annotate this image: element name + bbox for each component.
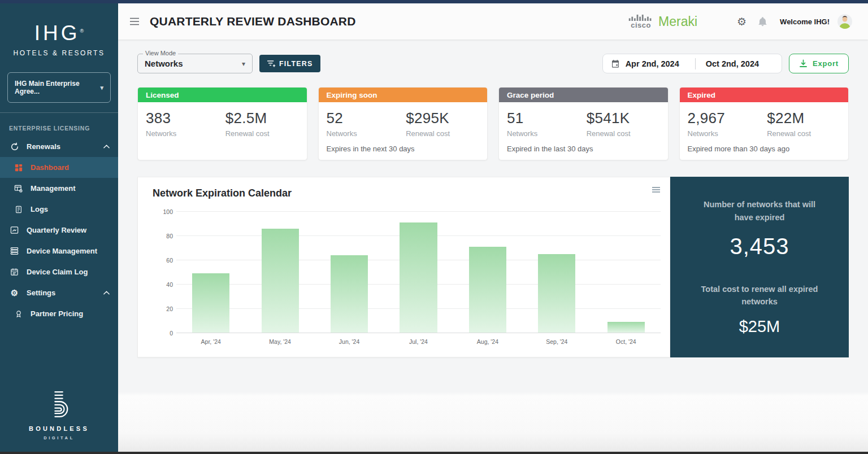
- chart-bar[interactable]: [192, 273, 229, 333]
- chart-bar[interactable]: [538, 254, 575, 333]
- sidebar-item-label: Dashboard: [31, 163, 69, 172]
- logs-document-icon: [14, 206, 23, 213]
- device-list-icon: [10, 247, 19, 255]
- header-right: cisco Meraki ⚙ Welcome IHG!: [628, 13, 853, 30]
- y-axis-label: 40: [156, 281, 173, 288]
- dashboard-grid-icon: [14, 164, 23, 172]
- caret-down-icon: ▾: [242, 60, 245, 68]
- renewal-cost: $295K: [406, 110, 450, 127]
- stat-card-expiring-soon: Expiring soon 52Networks $295KRenewal co…: [318, 87, 488, 160]
- chart-body: 020406080100 Apr, '24May, '24Jun, '24Jul…: [176, 212, 661, 345]
- gear-icon: ⚙: [737, 16, 747, 27]
- renewal-cost-label: Renewal cost: [767, 129, 811, 138]
- sidebar-item-settings[interactable]: ⚙ Settings: [0, 282, 118, 303]
- bar-column: [592, 212, 661, 333]
- renewal-cost: $541K: [587, 110, 631, 127]
- stat-card-header: Expired: [680, 88, 849, 102]
- notifications-bell-button[interactable]: [757, 16, 769, 28]
- sidebar-item-label: Settings: [27, 289, 55, 297]
- chart-bar[interactable]: [607, 322, 645, 333]
- filters-button[interactable]: FILTERS: [259, 55, 320, 72]
- cisco-bars-icon: [628, 14, 653, 21]
- sidebar-divider: [0, 112, 118, 113]
- claim-log-calendar-icon: [10, 268, 19, 276]
- networks-count-label: Networks: [507, 129, 587, 138]
- sidebar-item-label: Device Management: [27, 247, 97, 255]
- sidebar-item-dashboard[interactable]: Dashboard: [0, 157, 118, 178]
- date-range-start[interactable]: Apr 2nd, 2024: [626, 59, 679, 68]
- stat-card-footnote: Expired in the last 30 days: [499, 145, 668, 160]
- expired-networks-label: Number of networks that will have expire…: [700, 198, 819, 224]
- stat-card-header: Grace period: [499, 88, 668, 102]
- boundless-tagline: DIGITAL: [0, 435, 118, 440]
- org-selector[interactable]: IHG Main Enterprise Agree... ▾: [7, 72, 111, 103]
- boundless-logo: BOUNDLESS DIGITAL: [0, 390, 118, 454]
- charts-row: Network Expiration Calendar 020406080100…: [137, 177, 849, 357]
- filters-button-label: FILTERS: [279, 60, 313, 68]
- stat-card-footnote: [138, 153, 307, 160]
- chart-plot: 020406080100: [176, 212, 661, 333]
- content-area: View Mode Networks ▾ FILTERS Apr 2nd, 20…: [118, 40, 868, 454]
- chart-bar[interactable]: [262, 229, 299, 333]
- registered-mark: ®: [80, 28, 84, 34]
- sidebar: IHG® HOTELS & RESORTS IHG Main Enterpris…: [0, 0, 118, 454]
- avatar-icon: [837, 14, 852, 29]
- boundless-logo-mark: [49, 390, 70, 418]
- date-range-picker[interactable]: Apr 2nd, 2024 Oct 2nd, 2024: [602, 54, 782, 73]
- sidebar-item-logs[interactable]: Logs: [0, 199, 118, 220]
- stat-cards-row: Licensed 383Networks $2.5MRenewal cost E…: [137, 87, 849, 160]
- user-avatar[interactable]: [836, 13, 853, 30]
- sidebar-item-quarterly-review[interactable]: Quarterly Review: [0, 220, 118, 241]
- management-table-icon: [14, 184, 23, 193]
- view-mode-select[interactable]: View Mode Networks ▾: [137, 54, 253, 73]
- view-mode-value: Networks: [145, 59, 183, 68]
- date-range-end[interactable]: Oct 2nd, 2024: [706, 59, 759, 68]
- sidebar-item-partner-pricing[interactable]: Partner Pricing: [0, 303, 118, 324]
- settings-gear-button[interactable]: ⚙: [736, 15, 748, 28]
- org-selector-value: IHG Main Enterprise Agree...: [15, 80, 100, 95]
- stat-card-footnote: Expired more than 30 days ago: [680, 145, 849, 160]
- network-expiration-chart-card: Network Expiration Calendar 020406080100…: [137, 177, 670, 357]
- header: QUARTERLY REVIEW DASHBOARD cisco Meraki …: [118, 3, 868, 40]
- menu-hamburger-icon[interactable]: [126, 14, 143, 29]
- chart-bar[interactable]: [331, 255, 368, 333]
- chart-bar[interactable]: [469, 247, 506, 333]
- stat-card-footnote: Expires in the next 30 days: [319, 145, 488, 160]
- export-button-label: Export: [813, 59, 839, 68]
- y-axis-label: 80: [156, 233, 173, 239]
- main-area: QUARTERLY REVIEW DASHBOARD cisco Meraki …: [118, 0, 868, 454]
- window-top-strip: [0, 0, 868, 3]
- stat-card-licensed: Licensed 383Networks $2.5MRenewal cost: [137, 87, 307, 160]
- chart-bar[interactable]: [400, 222, 437, 333]
- sidebar-item-management[interactable]: Management: [0, 178, 118, 199]
- sidebar-nav: Renewals Dashboard Management: [0, 136, 118, 324]
- download-icon: [799, 59, 808, 68]
- export-button[interactable]: Export: [789, 54, 849, 73]
- chart-menu-icon[interactable]: [650, 185, 662, 195]
- networks-count-label: Networks: [327, 129, 406, 138]
- networks-count: 51: [507, 110, 587, 127]
- cisco-meraki-logo: cisco Meraki: [628, 14, 697, 29]
- renewal-cost: $22M: [767, 110, 811, 127]
- sidebar-item-label: Logs: [31, 205, 48, 213]
- caret-down-icon: ▾: [100, 84, 103, 91]
- sidebar-item-device-management[interactable]: Device Management: [0, 241, 118, 261]
- networks-count-label: Networks: [146, 129, 225, 138]
- stat-card-grace-period: Grace period 51Networks $541KRenewal cos…: [498, 87, 669, 160]
- bar-column: [453, 212, 522, 333]
- chevron-up-icon: [103, 145, 110, 149]
- networks-count: 52: [327, 110, 406, 127]
- bar-column: [176, 212, 245, 333]
- x-axis-label: Oct, '24: [592, 338, 661, 345]
- ihg-logo: IHG® HOTELS & RESORTS: [0, 21, 118, 57]
- gear-icon: ⚙: [10, 289, 19, 297]
- y-axis-label: 60: [156, 257, 173, 264]
- bar-column: [384, 212, 453, 333]
- sidebar-item-label: Device Claim Log: [27, 268, 88, 276]
- app-root: IHG® HOTELS & RESORTS IHG Main Enterpris…: [0, 0, 868, 454]
- sidebar-item-renewals[interactable]: Renewals: [0, 136, 118, 157]
- renewal-total-value: $25M: [739, 317, 780, 336]
- chart-bars: [176, 212, 661, 333]
- sidebar-item-device-claim-log[interactable]: Device Claim Log: [0, 261, 118, 282]
- toolbar: View Mode Networks ▾ FILTERS Apr 2nd, 20…: [137, 54, 849, 73]
